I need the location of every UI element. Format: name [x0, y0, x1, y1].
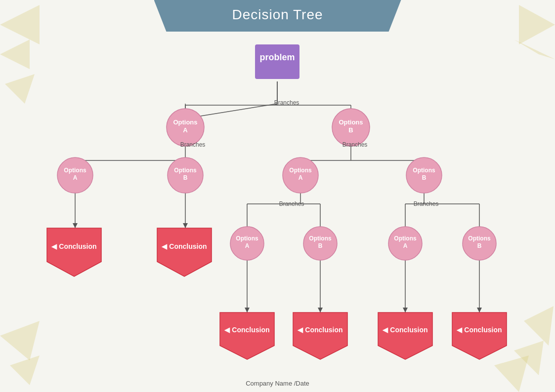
svg-text:◀ Conclusion: ◀ Conclusion [297, 326, 342, 334]
svg-marker-9 [494, 355, 529, 392]
svg-marker-1 [0, 39, 30, 69]
title-banner: Decision Tree [154, 0, 401, 32]
svg-marker-27 [298, 159, 303, 164]
svg-text:B: B [183, 174, 188, 181]
svg-marker-7 [524, 306, 554, 346]
svg-marker-23 [183, 159, 188, 164]
svg-text:A: A [245, 242, 250, 249]
svg-text:Options: Options [468, 235, 491, 242]
svg-marker-48 [318, 308, 323, 313]
options-b-l2b[interactable] [406, 157, 442, 193]
options-b-l3b[interactable] [463, 227, 496, 260]
svg-text:B: B [348, 126, 353, 134]
svg-text:Options: Options [309, 235, 332, 242]
conclusion-6[interactable] [452, 313, 507, 359]
svg-marker-28 [422, 159, 427, 164]
conclusion-4[interactable] [293, 313, 347, 359]
svg-text:Branches: Branches [180, 141, 206, 148]
svg-text:problem: problem [259, 52, 295, 62]
svg-text:Branches: Branches [414, 200, 439, 207]
conclusion-3[interactable] [220, 313, 274, 359]
svg-line-11 [185, 104, 277, 118]
conclusion-2[interactable] [157, 228, 212, 276]
svg-marker-8 [514, 341, 544, 375]
svg-text:Options: Options [236, 235, 258, 242]
svg-text:B: B [477, 242, 482, 249]
svg-marker-4 [514, 39, 555, 59]
options-a-l3b[interactable] [388, 227, 422, 260]
svg-text:A: A [403, 242, 408, 249]
svg-marker-52 [477, 308, 482, 313]
svg-marker-32 [183, 223, 188, 228]
svg-marker-17 [183, 112, 188, 117]
svg-text:◀ Conclusion: ◀ Conclusion [456, 326, 502, 334]
svg-text:◀ Conclusion: ◀ Conclusion [382, 326, 427, 334]
svg-marker-43 [477, 227, 482, 232]
svg-text:◀ Conclusion: ◀ Conclusion [161, 242, 207, 250]
svg-marker-5 [0, 321, 40, 360]
svg-marker-36 [245, 227, 250, 232]
options-a-l2b[interactable] [283, 157, 318, 193]
svg-marker-37 [318, 227, 323, 232]
svg-text:Branches: Branches [279, 200, 304, 207]
svg-marker-30 [73, 223, 78, 228]
conclusion-1[interactable] [47, 228, 101, 276]
options-a-l2a[interactable] [57, 157, 93, 193]
svg-marker-3 [519, 5, 555, 44]
svg-marker-22 [73, 159, 78, 164]
main-area: Decision Tree [0, 0, 555, 392]
svg-text:B: B [318, 242, 323, 249]
svg-text:A: A [183, 126, 188, 134]
options-b-l1[interactable] [332, 109, 370, 146]
svg-marker-50 [403, 308, 408, 313]
footer: Company Name /Date [246, 380, 309, 387]
options-b-l3a[interactable] [303, 227, 337, 260]
conclusion-5[interactable] [378, 313, 432, 359]
options-a-l1[interactable] [167, 109, 204, 146]
svg-marker-2 [5, 74, 35, 104]
options-a-l3a[interactable] [230, 227, 264, 260]
svg-text:Options: Options [413, 167, 435, 174]
page-title: Decision Tree [174, 7, 382, 23]
svg-marker-6 [10, 355, 40, 385]
svg-text:Branches: Branches [342, 141, 368, 148]
svg-marker-0 [0, 5, 40, 44]
svg-text:A: A [73, 174, 78, 181]
svg-text:Options: Options [289, 167, 312, 174]
svg-marker-42 [403, 227, 408, 232]
svg-text:B: B [422, 174, 427, 181]
svg-text:Options: Options [64, 167, 86, 174]
footer-text: Company Name /Date [246, 380, 309, 387]
svg-text:◀ Conclusion: ◀ Conclusion [51, 242, 96, 250]
svg-text:◀ Conclusion: ◀ Conclusion [224, 326, 269, 334]
svg-marker-18 [348, 112, 353, 117]
svg-text:A: A [299, 174, 303, 181]
options-b-l2a[interactable] [168, 157, 203, 193]
root-node[interactable] [255, 44, 299, 79]
svg-marker-46 [245, 308, 250, 313]
svg-text:Options: Options [174, 167, 197, 174]
svg-text:Options: Options [339, 118, 363, 126]
svg-text:Options: Options [394, 235, 417, 242]
svg-text:Options: Options [173, 118, 197, 126]
branches-label-top: Branches [274, 99, 299, 106]
